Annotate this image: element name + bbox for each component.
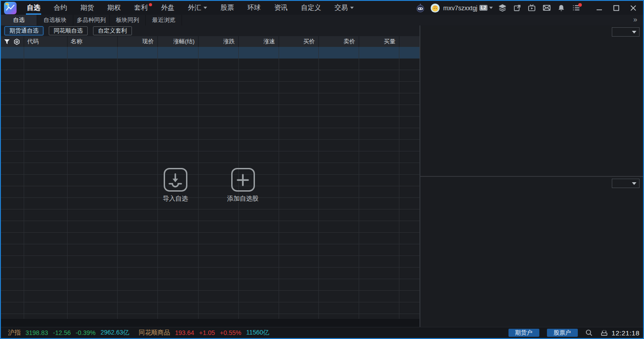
tab-sector-side-by-side[interactable]: 板块同列	[110, 15, 146, 25]
index-change-pct: -0.39%	[76, 329, 95, 336]
menu-item-forex[interactable]: 外汇	[181, 1, 214, 15]
index-name[interactable]: 同花顺商品	[139, 329, 170, 337]
search-icon[interactable]	[585, 329, 593, 336]
grid-line	[24, 47, 24, 319]
mail-icon[interactable]	[541, 3, 552, 13]
grid-line	[359, 47, 359, 319]
chevron-down-icon	[350, 7, 354, 9]
tab-favorites[interactable]: 自选	[1, 15, 37, 25]
header-tools-cell	[1, 36, 24, 47]
stock-account-button[interactable]: 股票户	[547, 329, 578, 337]
menu-item-contracts[interactable]: 合约	[47, 1, 74, 15]
grid-line	[399, 47, 399, 319]
menu-item-news[interactable]: 资讯	[267, 1, 294, 15]
grid-line	[67, 47, 68, 319]
column-header-bid[interactable]: 买价	[279, 36, 318, 47]
menu-item-label: 套利	[134, 4, 148, 11]
quote-table-body[interactable]: 导入自选 添加自选股	[1, 47, 419, 319]
pop-out-icon[interactable]	[512, 3, 522, 13]
add-favorite-stock-action[interactable]: 添加自选股	[216, 168, 270, 203]
import-download-icon[interactable]	[164, 168, 187, 192]
titlebar-right-tools: mxv7szxxtgj L2	[411, 3, 643, 13]
column-header-code[interactable]: 代码	[24, 36, 67, 47]
message-list-icon[interactable]	[571, 3, 581, 13]
action-label: 添加自选股	[216, 195, 270, 203]
index-turnover: 11560亿	[246, 329, 269, 337]
menu-item-label: 外汇	[188, 4, 201, 11]
chart-type-dropdown[interactable]	[612, 179, 640, 188]
menu-item-global[interactable]: 环球	[241, 1, 267, 15]
menu-item-custom[interactable]: 自定义	[294, 1, 328, 15]
right-panel-top-section	[420, 25, 643, 176]
window-border	[0, 0, 644, 1]
column-header-name[interactable]: 名称	[67, 36, 117, 47]
network-status-icon[interactable]	[600, 329, 608, 336]
column-header-ask[interactable]: 卖价	[318, 36, 359, 47]
clock-time: 12:21:18	[612, 329, 640, 337]
chevron-down-icon	[632, 182, 636, 185]
settings-gear-icon[interactable]	[13, 38, 20, 45]
column-header-filler	[399, 36, 419, 47]
avatar[interactable]	[430, 3, 441, 13]
titlebar: 自选 合约 期货 期权 套利 外盘 外汇 股票 环球 资讯 自定义 交易	[1, 1, 643, 15]
column-header-change-pct[interactable]: 涨幅(结)	[157, 36, 198, 47]
expand-chevrons-icon[interactable]: »	[633, 15, 643, 25]
market-indices: 沪指 3198.83 -12.56 -0.39% 2962.63亿 同花顺商品 …	[1, 329, 274, 337]
menu-item-label: 交易	[335, 4, 348, 11]
window-border	[0, 0, 1, 339]
chart-type-dropdown[interactable]	[612, 27, 640, 37]
menu-item-options[interactable]: 期权	[101, 1, 127, 15]
index-price: 193.64	[175, 329, 194, 336]
menu-item-stocks[interactable]: 股票	[214, 1, 241, 15]
index-change: +1.05	[199, 329, 215, 336]
window-controls	[588, 3, 639, 13]
subtab-bar: 期货通自选 同花顺自选 自定义套利	[1, 25, 419, 36]
level2-badge: L2	[479, 5, 487, 11]
index-price: 3198.83	[25, 329, 48, 336]
futures-account-button[interactable]: 期货户	[508, 329, 539, 337]
menu-item-trade[interactable]: 交易	[328, 1, 360, 15]
minimize-button[interactable]	[594, 3, 605, 13]
user-menu-chevron-icon[interactable]	[489, 7, 493, 9]
index-name[interactable]: 沪指	[8, 329, 21, 337]
maximize-button[interactable]	[611, 3, 622, 13]
column-header-price[interactable]: 现价	[117, 36, 157, 47]
table-header: 代码 名称 现价 涨幅(结) 涨跌 涨速 买价 卖价 买量	[1, 36, 419, 47]
column-header-bid-vol[interactable]: 买量	[359, 36, 399, 47]
column-header-speed[interactable]: 涨速	[238, 36, 279, 47]
selected-row-highlight[interactable]	[1, 47, 419, 59]
notification-dot	[149, 3, 152, 6]
index-change: -12.56	[53, 329, 71, 336]
menu-item-overseas[interactable]: 外盘	[154, 1, 181, 15]
menu-item-arbitrage[interactable]: 套利	[127, 1, 154, 15]
column-header-change[interactable]: 涨跌	[198, 36, 238, 47]
tab-favorite-sectors[interactable]: 自选板块	[37, 15, 73, 25]
subtab-futures-favorites[interactable]: 期货通自选	[4, 26, 43, 35]
subtab-custom-arbitrage[interactable]: 自定义套利	[93, 26, 132, 35]
tab-multi-variety[interactable]: 多品种同列	[73, 15, 110, 25]
grid-line	[117, 47, 118, 319]
right-panel-bottom-section	[420, 177, 643, 327]
tab-recently-viewed[interactable]: 最近浏览	[146, 15, 182, 25]
table-bottom-strip	[1, 319, 419, 327]
app-logo-icon	[4, 2, 17, 14]
close-button[interactable]	[628, 3, 639, 13]
layers-icon[interactable]	[497, 3, 508, 13]
bell-icon[interactable]	[556, 3, 567, 13]
status-bar: 沪指 3198.83 -12.56 -0.39% 2962.63亿 同花顺商品 …	[1, 327, 643, 338]
username[interactable]: mxv7szxxtgj	[443, 4, 477, 12]
filter-icon[interactable]	[4, 38, 10, 45]
grid-line	[318, 47, 319, 319]
import-favorites-action[interactable]: 导入自选	[148, 168, 202, 203]
main-menu: 自选 合约 期货 期权 套利 外盘 外汇 股票 环球 资讯 自定义 交易	[20, 1, 360, 15]
chevron-down-icon	[203, 7, 207, 9]
index-turnover: 2962.63亿	[101, 329, 130, 337]
menu-item-futures[interactable]: 期货	[74, 1, 101, 15]
menu-item-favorites[interactable]: 自选	[20, 1, 47, 15]
add-plus-icon[interactable]	[231, 168, 255, 192]
subtab-ths-favorites[interactable]: 同花顺自选	[49, 26, 88, 35]
video-tv-icon[interactable]	[526, 3, 537, 13]
assistant-robot-icon[interactable]	[415, 3, 426, 13]
right-panel	[419, 25, 643, 327]
app-window: 自选 合约 期货 期权 套利 外盘 外汇 股票 环球 资讯 自定义 交易	[0, 0, 644, 339]
